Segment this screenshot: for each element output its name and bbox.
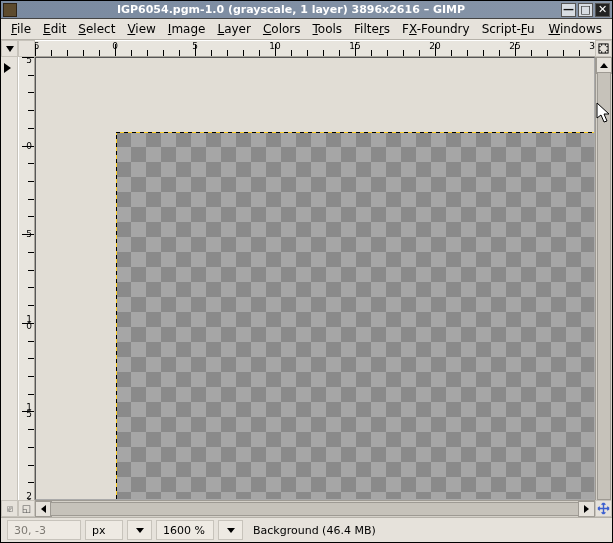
window-title: IGP6054.pgm-1.0 (grayscale, 1 layer) 389… — [21, 3, 561, 16]
ruler-vertical[interactable]: -505101520 — [18, 57, 35, 500]
guide-strip[interactable] — [1, 57, 18, 500]
menu-file[interactable]: File — [5, 20, 37, 38]
nav-icon[interactable] — [595, 500, 612, 517]
ruler-horizontal[interactable]: -5051015202530 — [35, 40, 595, 57]
transparent-canvas[interactable] — [116, 132, 594, 499]
menu-filters[interactable]: Filters — [348, 20, 396, 38]
close-button[interactable]: ✕ — [595, 3, 610, 17]
menubar: File Edit Select View Image Layer Colors… — [1, 19, 612, 40]
titlebar[interactable]: IGP6054.pgm-1.0 (grayscale, 1 layer) 389… — [1, 1, 612, 19]
ruler-origin[interactable] — [18, 40, 35, 57]
menu-fxfoundry[interactable]: FX-Foundry — [396, 20, 476, 38]
menu-arrow-icon[interactable] — [1, 40, 18, 57]
gimp-icon — [3, 3, 17, 17]
guide-arrow-icon — [4, 63, 11, 73]
scrollbar-vertical[interactable] — [595, 57, 612, 500]
status-message: Background (46.4 MB) — [247, 521, 606, 539]
app-window: IGP6054.pgm-1.0 (grayscale, 1 layer) 389… — [0, 0, 613, 543]
menu-scriptfu[interactable]: Script-Fu — [476, 20, 541, 38]
menu-edit[interactable]: Edit — [37, 20, 72, 38]
maximize-button[interactable]: □ — [578, 3, 593, 17]
scrollbar-horizontal[interactable] — [35, 500, 595, 517]
statusbar: 30, -3 px 1600 % Background (46.4 MB) — [1, 517, 612, 542]
scroll-h-track[interactable] — [50, 502, 580, 516]
quickmask-icon[interactable]: ◱ — [18, 500, 35, 517]
zoom-dropdown-icon[interactable] — [218, 520, 243, 540]
workspace: -5051015202530 -505101520 ⎚ ◱ — [1, 40, 612, 517]
menu-windows[interactable]: Windows — [542, 20, 608, 38]
status-coords: 30, -3 — [7, 520, 81, 540]
status-zoom[interactable]: 1600 % — [156, 520, 214, 540]
menu-tools[interactable]: Tools — [307, 20, 349, 38]
minimize-button[interactable]: — — [561, 3, 576, 17]
menu-image[interactable]: Image — [162, 20, 212, 38]
svg-rect-0 — [599, 44, 608, 53]
zoom-fit-icon[interactable] — [595, 40, 612, 57]
menu-colors[interactable]: Colors — [257, 20, 307, 38]
menu-view[interactable]: View — [121, 20, 161, 38]
qm-corner-1[interactable]: ⎚ — [1, 500, 18, 517]
menu-select[interactable]: Select — [72, 20, 121, 38]
unit-dropdown-icon[interactable] — [127, 520, 152, 540]
scroll-v-track[interactable] — [597, 72, 611, 500]
canvas-viewport[interactable] — [35, 57, 595, 500]
scroll-right-button[interactable] — [578, 501, 595, 517]
status-unit-label[interactable]: px — [85, 520, 123, 540]
menu-layer[interactable]: Layer — [211, 20, 256, 38]
